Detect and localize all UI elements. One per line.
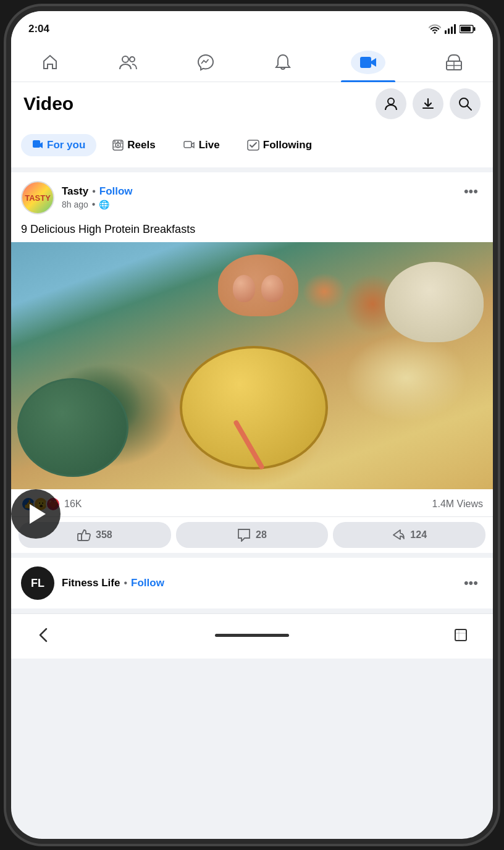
meta-dot-1: • (92, 199, 96, 210)
follow-button-1[interactable]: Follow (99, 185, 133, 198)
signal-icon (445, 24, 456, 34)
notifications-icon (275, 54, 291, 71)
reactions-row-1: 👍 😮 ❤️ 16K 1.4M Views (11, 489, 493, 517)
bowl-grain (385, 262, 484, 342)
post-author-info-2: FL Fitness Life • Follow (21, 566, 164, 600)
nav-item-notifications[interactable] (265, 51, 301, 74)
back-button[interactable] (30, 621, 57, 649)
views-count-1: 1.4M Views (432, 499, 483, 510)
play-button-1[interactable] (11, 489, 61, 539)
author-name-1[interactable]: Tasty (62, 185, 88, 198)
reels-tab-icon (112, 140, 124, 151)
svg-rect-1 (448, 28, 450, 34)
live-tab-icon (183, 140, 195, 151)
status-time: 2:04 (28, 23, 49, 35)
svg-rect-3 (454, 24, 456, 34)
download-icon (421, 97, 435, 111)
svg-rect-5 (474, 27, 476, 31)
search-button[interactable] (450, 88, 481, 119)
svg-rect-25 (78, 534, 82, 541)
post-card-1: TASTY Tasty • Follow 8h ago • 🌐 (11, 172, 493, 553)
svg-point-19 (117, 145, 119, 146)
svg-point-21 (117, 141, 119, 142)
video-icon (359, 56, 377, 69)
tab-following[interactable]: Following (236, 134, 323, 156)
reels-tab-label: Reels (127, 139, 155, 151)
post-author-info-1: TASTY Tasty • Follow 8h ago • 🌐 (21, 181, 133, 214)
battery-icon (460, 25, 476, 33)
more-options-button-1[interactable]: ••• (459, 181, 483, 202)
bowl-salad (17, 378, 128, 477)
following-tab-icon (247, 140, 259, 151)
post-time-1: 8h ago (62, 200, 88, 209)
follow-button-2[interactable]: Follow (131, 577, 164, 589)
wifi-icon (429, 24, 441, 34)
tab-for-you[interactable]: For you (21, 134, 96, 156)
play-triangle-icon (30, 504, 46, 524)
post-header-1: TASTY Tasty • Follow 8h ago • 🌐 (11, 172, 493, 219)
following-tab-label: Following (263, 139, 312, 151)
svg-rect-0 (445, 30, 447, 34)
live-tab-label: Live (199, 139, 220, 151)
home-indicator[interactable] (215, 634, 289, 637)
author-name-2[interactable]: Fitness Life (62, 577, 120, 589)
comment-count: 28 (256, 529, 267, 541)
tab-reels[interactable]: Reels (101, 134, 166, 156)
post-card-2: FL Fitness Life • Follow ••• (11, 558, 493, 608)
profile-button[interactable] (376, 88, 406, 119)
rotate-icon (453, 628, 468, 642)
nav-item-friends[interactable] (109, 52, 147, 73)
messenger-icon (197, 54, 214, 71)
rotate-button[interactable] (447, 621, 474, 649)
bowl-main (180, 346, 328, 469)
svg-point-20 (114, 141, 116, 142)
nav-item-messenger[interactable] (187, 51, 224, 74)
avatar-tasty[interactable]: TASTY (21, 181, 54, 214)
post-meta-1: 8h ago • 🌐 (62, 199, 133, 210)
svg-rect-16 (33, 140, 40, 148)
author-name-row-1: Tasty • Follow (62, 185, 133, 198)
nav-bar (11, 43, 493, 82)
action-buttons-1: 358 28 124 (11, 517, 493, 553)
home-icon (41, 54, 59, 71)
friends-icon (119, 54, 137, 70)
svg-rect-2 (451, 27, 453, 34)
phone-frame: 2:04 (11, 11, 493, 839)
download-button[interactable] (413, 88, 443, 119)
header-actions (376, 88, 481, 119)
status-bar: 2:04 (11, 11, 493, 43)
share-action-button[interactable]: 124 (333, 522, 485, 548)
egg-1 (233, 275, 255, 302)
globe-icon-1: 🌐 (99, 200, 109, 209)
comment-action-button[interactable]: 28 (176, 522, 329, 548)
svg-rect-9 (360, 57, 371, 68)
nav-item-home[interactable] (32, 51, 69, 74)
bowl-eggs (218, 255, 298, 316)
page-header: Video (11, 82, 493, 128)
share-count: 124 (410, 529, 427, 541)
avatar-fitness[interactable]: FL (21, 566, 54, 600)
feed: TASTY Tasty • Follow 8h ago • 🌐 (11, 167, 493, 608)
more-options-button-2[interactable]: ••• (459, 573, 483, 594)
author-details-1: Tasty • Follow 8h ago • 🌐 (62, 185, 133, 210)
share-icon (392, 528, 405, 542)
egg-2 (261, 275, 284, 302)
author-name-row-2: Fitness Life • Follow (62, 577, 164, 589)
like-count: 358 (96, 529, 112, 541)
status-icons (429, 24, 476, 34)
for-you-tab-icon (32, 140, 43, 151)
back-icon (39, 628, 48, 642)
svg-point-7 (122, 56, 128, 62)
reaction-count-1: 16K (64, 499, 82, 510)
video-container-1[interactable] (11, 242, 493, 489)
nav-item-menu[interactable] (435, 51, 472, 74)
nav-item-video[interactable] (341, 48, 395, 77)
svg-point-13 (388, 98, 394, 104)
svg-line-15 (467, 106, 471, 110)
svg-rect-23 (184, 141, 191, 148)
tab-live[interactable]: Live (172, 134, 231, 156)
store-icon (445, 54, 463, 71)
bottom-bar (11, 613, 493, 659)
video-thumbnail-1 (11, 242, 493, 489)
like-icon (77, 528, 91, 542)
